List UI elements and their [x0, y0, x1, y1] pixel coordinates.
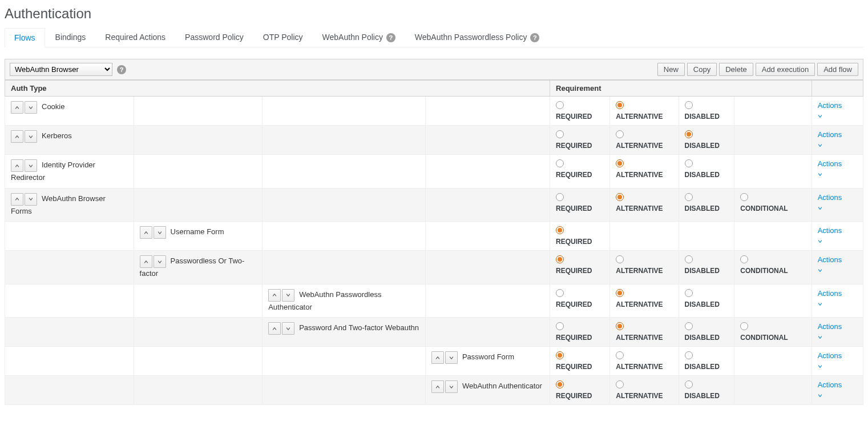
requirement-required-radio[interactable] — [556, 226, 564, 234]
move-down-button[interactable] — [445, 380, 458, 393]
auth-type-name: Cookie — [42, 102, 64, 111]
move-down-button[interactable] — [25, 101, 37, 114]
auth-type-name: Password And Two-factor Webauthn — [299, 323, 419, 332]
requirement-required-radio[interactable] — [556, 380, 564, 388]
requirement-disabled-radio[interactable] — [685, 193, 693, 201]
requirement-required-radio[interactable] — [556, 159, 564, 167]
requirement-alternative-radio[interactable] — [616, 289, 624, 297]
requirement-alternative-radio[interactable] — [616, 255, 624, 263]
requirement-label: DISABLED — [685, 392, 729, 400]
move-up-button[interactable] — [140, 226, 152, 239]
add-flow-button[interactable]: Add flow — [817, 63, 858, 76]
requirement-conditional-radio[interactable] — [740, 255, 748, 263]
move-up-button[interactable] — [431, 380, 444, 393]
requirement-disabled-radio[interactable] — [685, 351, 693, 359]
move-down-button[interactable] — [154, 226, 166, 239]
requirement-label: REQUIRED — [556, 205, 604, 213]
row-actions-dropdown[interactable]: Actions — [818, 226, 842, 244]
move-down-button[interactable] — [154, 255, 166, 268]
requirement-required-radio[interactable] — [556, 289, 564, 297]
move-down-button[interactable] — [282, 289, 294, 302]
tabs-nav: FlowsBindingsRequired ActionsPassword Po… — [5, 27, 863, 47]
table-row: Password FormREQUIREDALTERNATIVEDISABLED… — [5, 347, 863, 376]
help-icon[interactable]: ? — [386, 33, 395, 42]
move-up-button[interactable] — [11, 130, 23, 143]
chevron-down-icon — [818, 299, 842, 307]
requirement-label: DISABLED — [685, 205, 729, 213]
tab-required-actions[interactable]: Required Actions — [96, 28, 175, 47]
row-actions-dropdown[interactable]: Actions — [818, 193, 842, 211]
row-actions-dropdown[interactable]: Actions — [818, 130, 842, 149]
requirement-required-radio[interactable] — [556, 193, 564, 201]
delete-button[interactable]: Delete — [719, 63, 753, 76]
tab-webauthn-policy[interactable]: WebAuthn Policy ? — [313, 28, 405, 47]
requirement-disabled-radio[interactable] — [685, 255, 693, 263]
requirement-disabled-radio[interactable] — [685, 130, 693, 138]
requirement-label: ALTERNATIVE — [616, 142, 672, 150]
move-up-button[interactable] — [140, 255, 152, 268]
tab-bindings[interactable]: Bindings — [46, 28, 95, 47]
tab-flows[interactable]: Flows — [5, 28, 45, 47]
requirement-alternative-radio[interactable] — [616, 380, 624, 388]
move-down-button[interactable] — [25, 193, 37, 206]
row-actions-dropdown[interactable]: Actions — [818, 289, 842, 307]
requirement-conditional-radio[interactable] — [740, 322, 748, 330]
move-up-button[interactable] — [431, 351, 444, 364]
requirement-required-radio[interactable] — [556, 130, 564, 138]
chevron-down-icon — [818, 111, 842, 119]
flow-toolbar: WebAuthn Browser ? New Copy Delete Add e… — [5, 59, 863, 80]
requirement-required-radio[interactable] — [556, 351, 564, 359]
move-down-button[interactable] — [25, 130, 37, 143]
auth-type-name: WebAuthn Authenticator — [462, 382, 542, 390]
row-actions-dropdown[interactable]: Actions — [818, 322, 842, 340]
flow-select[interactable]: WebAuthn Browser — [10, 63, 112, 76]
row-actions-dropdown[interactable]: Actions — [818, 255, 842, 274]
row-actions-dropdown[interactable]: Actions — [818, 159, 842, 178]
requirement-label: ALTERNATIVE — [616, 363, 672, 371]
requirement-alternative-radio[interactable] — [616, 101, 624, 109]
requirement-disabled-radio[interactable] — [685, 322, 693, 330]
requirement-alternative-radio[interactable] — [616, 130, 624, 138]
auth-type-name: Kerberos — [42, 131, 72, 140]
requirement-disabled-radio[interactable] — [685, 380, 693, 388]
requirement-alternative-radio[interactable] — [616, 193, 624, 201]
move-up-button[interactable] — [268, 289, 281, 302]
move-up-button[interactable] — [11, 159, 23, 172]
table-row: WebAuthn Browser FormsREQUIREDALTERNATIV… — [5, 188, 863, 222]
requirement-required-radio[interactable] — [556, 255, 564, 263]
help-icon[interactable]: ? — [530, 33, 539, 42]
requirement-required-radio[interactable] — [556, 322, 564, 330]
requirement-alternative-radio[interactable] — [616, 159, 624, 167]
requirement-label: ALTERNATIVE — [616, 171, 672, 179]
actions-label: Actions — [818, 380, 842, 389]
help-icon[interactable]: ? — [117, 65, 126, 74]
requirement-required-radio[interactable] — [556, 101, 564, 109]
copy-button[interactable]: Copy — [687, 63, 717, 76]
requirement-label: ALTERNATIVE — [616, 267, 672, 275]
table-row: WebAuthn AuthenticatorREQUIREDALTERNATIV… — [5, 376, 863, 405]
requirement-alternative-radio[interactable] — [616, 351, 624, 359]
requirement-disabled-radio[interactable] — [685, 289, 693, 297]
requirement-alternative-radio[interactable] — [616, 322, 624, 330]
move-down-button[interactable] — [25, 159, 37, 172]
requirement-label: REQUIRED — [556, 334, 604, 342]
new-button[interactable]: New — [657, 63, 685, 76]
requirement-disabled-radio[interactable] — [685, 101, 693, 109]
requirement-disabled-radio[interactable] — [685, 159, 693, 167]
chevron-down-icon — [818, 390, 842, 399]
tab-otp-policy[interactable]: OTP Policy — [254, 28, 312, 47]
row-actions-dropdown[interactable]: Actions — [818, 101, 842, 119]
move-down-button[interactable] — [445, 351, 458, 364]
requirement-conditional-radio[interactable] — [740, 193, 748, 201]
row-actions-dropdown[interactable]: Actions — [818, 380, 842, 399]
move-up-button[interactable] — [11, 101, 23, 114]
tab-password-policy[interactable]: Password Policy — [176, 28, 253, 47]
move-down-button[interactable] — [282, 322, 294, 335]
auth-type-header: Auth Type — [5, 81, 550, 97]
move-up-button[interactable] — [268, 322, 281, 335]
row-actions-dropdown[interactable]: Actions — [818, 351, 842, 370]
tab-webauthn-passwordless-policy[interactable]: WebAuthn Passwordless Policy ? — [406, 28, 549, 47]
requirement-label: DISABLED — [685, 300, 729, 308]
move-up-button[interactable] — [11, 193, 23, 206]
add-execution-button[interactable]: Add execution — [756, 63, 815, 76]
